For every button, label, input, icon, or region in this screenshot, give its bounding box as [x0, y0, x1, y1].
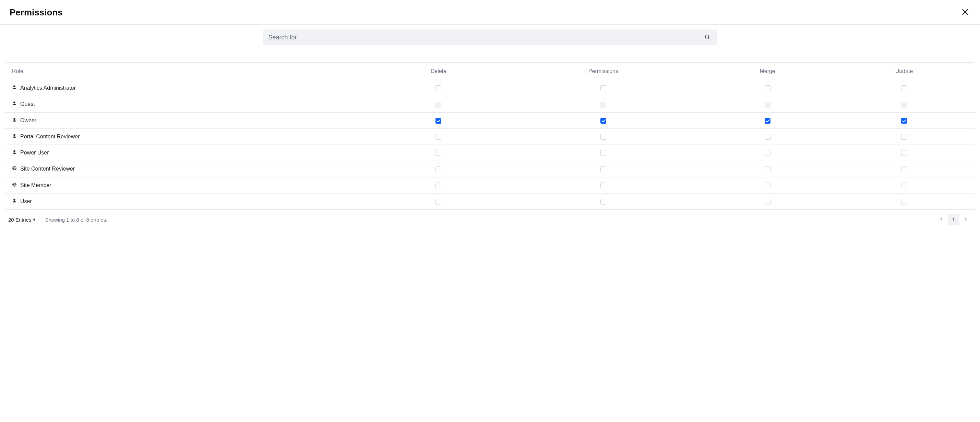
user-icon [12, 198, 17, 205]
table-row: Power User [5, 145, 975, 161]
user-icon [12, 117, 17, 124]
checkbox-delete[interactable] [436, 85, 441, 91]
svg-point-2 [705, 35, 709, 38]
checkbox-update [901, 102, 907, 108]
checkbox-merge[interactable] [765, 85, 770, 91]
search-input[interactable] [269, 34, 703, 41]
sort-icon: ▲▼ [33, 218, 36, 221]
checkbox-permissions[interactable] [600, 167, 606, 172]
checkbox-cell-permissions [505, 113, 702, 129]
checkbox-cell-merge [702, 177, 834, 193]
header-bar: Permissions [0, 0, 980, 25]
checkbox-cell-delete [372, 80, 506, 96]
checkbox-permissions[interactable] [600, 199, 606, 205]
checkbox-update[interactable] [901, 118, 907, 124]
checkbox-update[interactable] [901, 182, 907, 189]
checkbox-cell-merge [702, 129, 834, 144]
checkbox-update[interactable] [901, 167, 907, 172]
checkbox-cell-delete [372, 129, 506, 144]
showing-text: Showing 1 to 8 of 8 entries. [45, 217, 107, 223]
checkbox-cell-update [833, 161, 975, 177]
page-1-button[interactable]: 1 [948, 214, 959, 225]
checkbox-delete[interactable] [436, 199, 441, 205]
pagination: 1 [935, 214, 972, 225]
checkbox-merge[interactable] [765, 182, 770, 189]
checkbox-permissions[interactable] [600, 134, 606, 140]
user-icon [12, 85, 17, 91]
col-role: Role [5, 63, 372, 80]
checkbox-merge[interactable] [765, 150, 770, 156]
checkbox-cell-delete [372, 177, 506, 193]
checkbox-permissions[interactable] [600, 118, 606, 124]
checkbox-cell-permissions [505, 129, 702, 144]
prev-page-button[interactable] [935, 214, 947, 225]
table-row: Site Content Reviewer [5, 161, 975, 177]
checkbox-cell-delete [372, 161, 506, 177]
search-wrap [0, 25, 980, 50]
role-name: Analytics Administrator [20, 85, 76, 91]
checkbox-merge[interactable] [765, 199, 770, 205]
checkbox-update[interactable] [901, 134, 907, 140]
role-name: Guest [20, 101, 35, 107]
checkbox-update[interactable] [901, 85, 907, 91]
checkbox-delete [436, 102, 441, 108]
next-page-button[interactable] [960, 214, 972, 225]
checkbox-update[interactable] [901, 150, 907, 156]
role-cell: Site Member [5, 177, 372, 193]
entries-label: 20 Entries [8, 217, 32, 223]
role-cell: Analytics Administrator [5, 80, 372, 96]
checkbox-cell-merge [702, 161, 834, 177]
checkbox-cell-merge [702, 113, 834, 129]
search-button[interactable] [703, 33, 712, 43]
search-icon [704, 34, 711, 41]
role-name: Owner [20, 117, 37, 124]
role-name: User [20, 198, 32, 205]
checkbox-permissions[interactable] [600, 85, 606, 91]
checkbox-delete[interactable] [436, 150, 441, 156]
checkbox-cell-delete [372, 145, 506, 161]
role-cell: Site Content Reviewer [5, 161, 372, 177]
checkbox-permissions [600, 102, 606, 108]
checkbox-cell-update [833, 177, 975, 193]
checkbox-merge[interactable] [765, 134, 770, 140]
globe-icon [12, 182, 17, 189]
globe-icon [12, 166, 17, 172]
checkbox-cell-merge [702, 96, 834, 113]
table-row: Analytics Administrator [5, 80, 975, 96]
table-row: Guest [5, 96, 975, 113]
col-permissions: Permissions [505, 63, 702, 80]
checkbox-cell-update [833, 96, 975, 113]
checkbox-cell-update [833, 113, 975, 129]
checkbox-cell-permissions [505, 96, 702, 113]
role-name: Site Member [20, 182, 51, 189]
checkbox-merge[interactable] [765, 167, 770, 172]
checkbox-merge [765, 102, 770, 108]
entries-per-page-select[interactable]: 20 Entries ▲▼ [8, 217, 35, 223]
checkbox-cell-permissions [505, 145, 702, 161]
col-merge: Merge [702, 63, 834, 80]
table-row: Portal Content Reviewer [5, 129, 975, 144]
role-name: Portal Content Reviewer [20, 133, 80, 140]
checkbox-permissions[interactable] [600, 150, 606, 156]
permissions-table-container: Role Delete Permissions Merge Update Ana… [5, 62, 975, 209]
checkbox-delete[interactable] [436, 182, 441, 189]
checkbox-delete[interactable] [436, 118, 441, 124]
checkbox-cell-merge [702, 80, 834, 96]
checkbox-merge[interactable] [765, 118, 770, 124]
role-cell: Portal Content Reviewer [5, 129, 372, 144]
checkbox-update[interactable] [901, 199, 907, 205]
checkbox-permissions[interactable] [600, 182, 606, 189]
checkbox-cell-delete [372, 113, 506, 129]
close-button[interactable] [960, 7, 970, 18]
checkbox-cell-permissions [505, 177, 702, 193]
checkbox-cell-permissions [505, 193, 702, 209]
user-icon [12, 150, 17, 156]
checkbox-cell-update [833, 80, 975, 96]
role-cell: Guest [5, 96, 372, 113]
checkbox-delete[interactable] [436, 167, 441, 172]
checkbox-cell-update [833, 145, 975, 161]
chevron-left-icon [939, 217, 943, 222]
checkbox-delete[interactable] [436, 134, 441, 140]
col-update: Update [833, 63, 975, 80]
svg-line-3 [708, 38, 710, 39]
